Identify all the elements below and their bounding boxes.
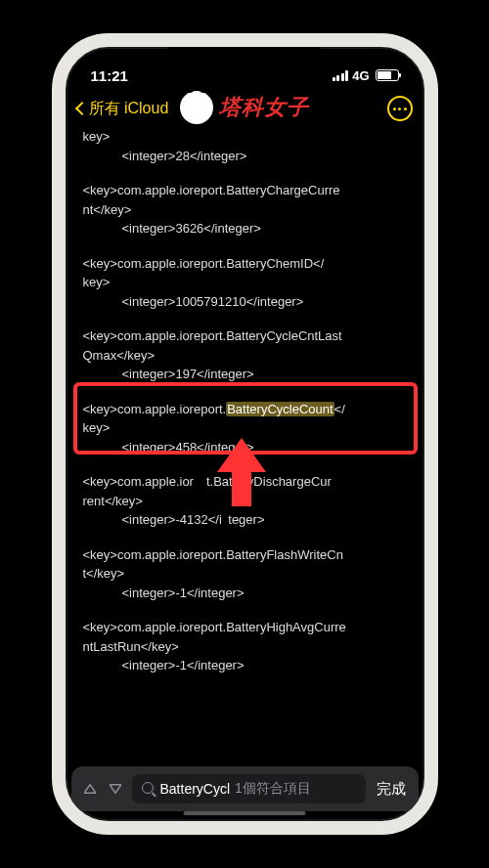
- status-right: 4G: [333, 68, 399, 83]
- text-line: <key>com.apple.ioreport.BatteryCycleCntL…: [83, 326, 407, 346]
- search-field[interactable]: BatteryCycl 1個符合項目: [132, 774, 366, 803]
- text-line: key>: [83, 127, 407, 147]
- logo-icon: [180, 91, 213, 124]
- text-line: <integer>-1</integer>: [83, 584, 407, 603]
- text-line: <key>com.apple.ioreport.BatteryChargeCur…: [83, 181, 407, 200]
- logo-text: 塔科女子: [219, 93, 309, 122]
- notch: [169, 47, 321, 74]
- text-line: nt</key>: [83, 200, 407, 220]
- status-time: 11:21: [91, 67, 128, 84]
- back-label: 所有 iCloud: [89, 99, 169, 119]
- text-line: <integer>-4132</ixteger>: [83, 510, 407, 530]
- annotation-arrow-icon: [212, 433, 271, 511]
- done-button[interactable]: 完成: [374, 780, 409, 799]
- note-content[interactable]: key> <integer>28</integer> <key>com.appl…: [66, 125, 424, 766]
- text-line: <key>com.apple.ioreport.BatteryChemID</: [83, 254, 407, 274]
- search-result-count: 1個符合項目: [235, 780, 311, 798]
- back-button[interactable]: 所有 iCloud: [77, 99, 169, 119]
- text-line: <integer>28</integer>: [83, 147, 407, 166]
- text-line: key>: [83, 273, 407, 292]
- text-line: <key>com.apple.ioreport.BatteryHighAvgCu…: [83, 618, 407, 637]
- text-line: <integer>1005791210</integer>: [83, 292, 407, 312]
- text-line: Qmax</key>: [83, 346, 407, 366]
- search-input-text: BatteryCycl: [160, 781, 231, 797]
- home-indicator[interactable]: [184, 811, 306, 815]
- signal-icon: [333, 70, 349, 81]
- find-next-button[interactable]: [107, 784, 124, 794]
- text-line: ntLastRun</key>: [83, 637, 407, 657]
- text-line: <integer>3626</integer>: [83, 219, 407, 239]
- battery-icon: [376, 69, 399, 81]
- network-label: 4G: [352, 68, 369, 83]
- nav-bar: 所有 iCloud 塔科女子: [66, 90, 424, 125]
- logo-watermark: 塔科女子: [180, 91, 309, 124]
- phone-frame: 11:21 4G 所有 iCloud 塔科女子 key> <integer>28…: [52, 33, 438, 835]
- text-line: <integer>197</integer>: [83, 365, 407, 384]
- chevron-left-icon: [74, 102, 88, 115]
- text-line: <integer>-1</integer>: [83, 656, 407, 675]
- more-button[interactable]: [387, 96, 413, 121]
- text-line: t</key>: [83, 564, 407, 584]
- search-icon: [142, 782, 156, 796]
- text-line: <key>com.apple.ioreport.BatteryFlashWrit…: [83, 545, 407, 565]
- find-prev-button[interactable]: [81, 784, 99, 794]
- find-bar: BatteryCycl 1個符合項目 完成: [71, 766, 419, 811]
